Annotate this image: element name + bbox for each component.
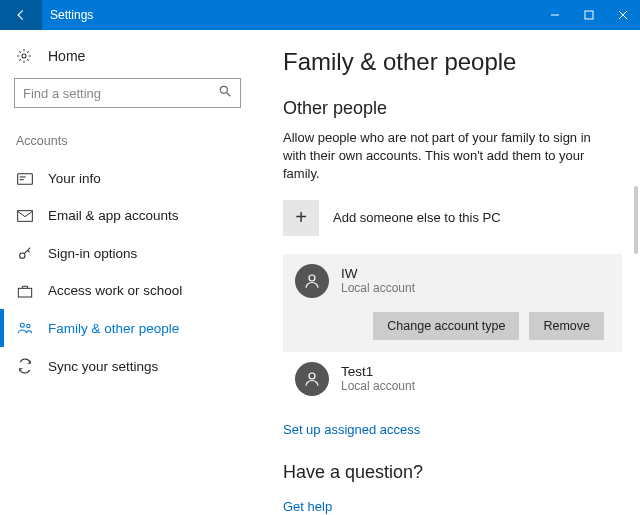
svg-point-9: [20, 253, 25, 258]
add-someone-button[interactable]: + Add someone else to this PC: [283, 200, 622, 236]
card-icon: [16, 173, 34, 185]
sidebar-item-work-school[interactable]: Access work or school: [14, 272, 241, 309]
sidebar-section-heading: Accounts: [16, 134, 241, 148]
search-input[interactable]: [23, 86, 218, 101]
minimize-button[interactable]: [538, 0, 572, 30]
user-type: Local account: [341, 281, 415, 295]
user-entry[interactable]: IW Local account Change account type Rem…: [283, 254, 622, 352]
change-account-type-button[interactable]: Change account type: [373, 312, 519, 340]
svg-rect-8: [18, 210, 33, 221]
svg-rect-10: [18, 288, 31, 297]
sidebar-item-label: Your info: [48, 171, 101, 186]
window-controls: [538, 0, 640, 30]
page-title: Family & other people: [283, 48, 622, 76]
avatar-icon: [295, 264, 329, 298]
sidebar-item-label: Family & other people: [48, 321, 179, 336]
app-title: Settings: [50, 8, 93, 22]
gear-icon: [16, 48, 34, 64]
sidebar-item-label: Email & app accounts: [48, 208, 179, 223]
sidebar-item-label: Sign-in options: [48, 246, 137, 261]
remove-button[interactable]: Remove: [529, 312, 604, 340]
sync-icon: [16, 358, 34, 374]
svg-line-4: [227, 93, 231, 97]
svg-point-2: [22, 54, 26, 58]
other-people-heading: Other people: [283, 98, 622, 119]
scrollbar-thumb[interactable]: [634, 186, 638, 254]
sidebar-item-email[interactable]: Email & app accounts: [14, 197, 241, 234]
back-button[interactable]: [0, 0, 42, 30]
sidebar-item-sync[interactable]: Sync your settings: [14, 347, 241, 385]
svg-rect-5: [18, 173, 33, 184]
maximize-button[interactable]: [572, 0, 606, 30]
close-button[interactable]: [606, 0, 640, 30]
briefcase-icon: [16, 284, 34, 298]
svg-rect-1: [585, 11, 593, 19]
search-box[interactable]: [14, 78, 241, 108]
svg-point-14: [309, 373, 315, 379]
search-icon: [218, 84, 232, 102]
user-entry[interactable]: Test1 Local account: [283, 352, 622, 408]
home-label: Home: [48, 48, 85, 64]
user-name: IW: [341, 266, 415, 281]
other-people-description: Allow people who are not part of your fa…: [283, 129, 603, 184]
user-name: Test1: [341, 364, 415, 379]
svg-point-13: [309, 275, 315, 281]
svg-point-11: [20, 323, 24, 327]
user-type: Local account: [341, 379, 415, 393]
main-panel: Family & other people Other people Allow…: [255, 30, 640, 514]
sidebar-item-label: Sync your settings: [48, 359, 158, 374]
title-bar: Settings: [0, 0, 640, 30]
sidebar-item-your-info[interactable]: Your info: [14, 160, 241, 197]
sidebar-item-family[interactable]: Family & other people: [14, 309, 241, 347]
get-help-link[interactable]: Get help: [283, 499, 332, 514]
home-button[interactable]: Home: [14, 48, 241, 64]
mail-icon: [16, 210, 34, 222]
sidebar: Home Accounts Your info Email & app acco…: [0, 30, 255, 514]
svg-point-12: [27, 324, 30, 327]
people-icon: [16, 320, 34, 336]
question-heading: Have a question?: [283, 462, 622, 483]
key-icon: [16, 245, 34, 261]
sidebar-item-signin[interactable]: Sign-in options: [14, 234, 241, 272]
assigned-access-link[interactable]: Set up assigned access: [283, 422, 420, 437]
svg-point-3: [220, 86, 227, 93]
sidebar-item-label: Access work or school: [48, 283, 182, 298]
add-someone-label: Add someone else to this PC: [333, 210, 501, 225]
plus-icon: +: [283, 200, 319, 236]
avatar-icon: [295, 362, 329, 396]
